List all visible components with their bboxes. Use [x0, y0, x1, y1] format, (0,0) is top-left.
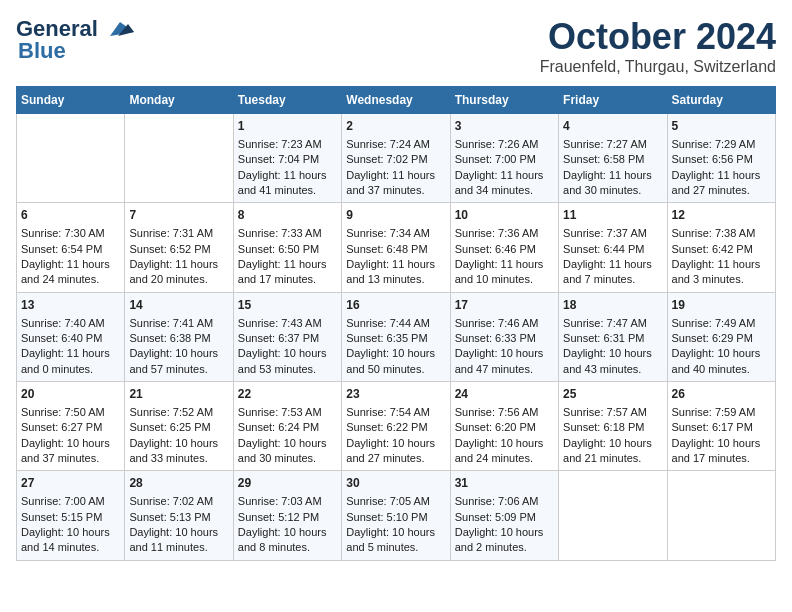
sunrise-text: Sunrise: 7:43 AM [238, 316, 337, 331]
daylight-text: Daylight: 10 hours and 2 minutes. [455, 525, 554, 556]
sunrise-text: Sunrise: 7:02 AM [129, 494, 228, 509]
calendar-cell: 23Sunrise: 7:54 AMSunset: 6:22 PMDayligh… [342, 382, 450, 471]
calendar-cell: 12Sunrise: 7:38 AMSunset: 6:42 PMDayligh… [667, 203, 775, 292]
daylight-text: Daylight: 11 hours and 0 minutes. [21, 346, 120, 377]
calendar-cell [559, 471, 667, 560]
calendar-cell: 13Sunrise: 7:40 AMSunset: 6:40 PMDayligh… [17, 292, 125, 381]
daylight-text: Daylight: 11 hours and 7 minutes. [563, 257, 662, 288]
calendar-cell: 18Sunrise: 7:47 AMSunset: 6:31 PMDayligh… [559, 292, 667, 381]
daylight-text: Daylight: 10 hours and 11 minutes. [129, 525, 228, 556]
sunrise-text: Sunrise: 7:53 AM [238, 405, 337, 420]
day-number: 20 [21, 386, 120, 403]
sunrise-text: Sunrise: 7:03 AM [238, 494, 337, 509]
daylight-text: Daylight: 11 hours and 10 minutes. [455, 257, 554, 288]
sunrise-text: Sunrise: 7:57 AM [563, 405, 662, 420]
daylight-text: Daylight: 11 hours and 13 minutes. [346, 257, 445, 288]
daylight-text: Daylight: 11 hours and 20 minutes. [129, 257, 228, 288]
sunset-text: Sunset: 6:29 PM [672, 331, 771, 346]
daylight-text: Daylight: 10 hours and 40 minutes. [672, 346, 771, 377]
calendar-cell: 1Sunrise: 7:23 AMSunset: 7:04 PMDaylight… [233, 114, 341, 203]
sunset-text: Sunset: 6:52 PM [129, 242, 228, 257]
sunset-text: Sunset: 5:12 PM [238, 510, 337, 525]
sunrise-text: Sunrise: 7:33 AM [238, 226, 337, 241]
calendar-cell: 11Sunrise: 7:37 AMSunset: 6:44 PMDayligh… [559, 203, 667, 292]
calendar-week-1: 1Sunrise: 7:23 AMSunset: 7:04 PMDaylight… [17, 114, 776, 203]
daylight-text: Daylight: 10 hours and 57 minutes. [129, 346, 228, 377]
calendar-cell [17, 114, 125, 203]
calendar-cell: 19Sunrise: 7:49 AMSunset: 6:29 PMDayligh… [667, 292, 775, 381]
title-block: October 2024 Frauenfeld, Thurgau, Switze… [540, 16, 776, 76]
daylight-text: Daylight: 10 hours and 53 minutes. [238, 346, 337, 377]
daylight-text: Daylight: 10 hours and 47 minutes. [455, 346, 554, 377]
sunset-text: Sunset: 6:27 PM [21, 420, 120, 435]
sunset-text: Sunset: 6:56 PM [672, 152, 771, 167]
calendar-cell: 20Sunrise: 7:50 AMSunset: 6:27 PMDayligh… [17, 382, 125, 471]
day-number: 26 [672, 386, 771, 403]
sunset-text: Sunset: 6:18 PM [563, 420, 662, 435]
sunrise-text: Sunrise: 7:41 AM [129, 316, 228, 331]
calendar-cell: 2Sunrise: 7:24 AMSunset: 7:02 PMDaylight… [342, 114, 450, 203]
daylight-text: Daylight: 11 hours and 27 minutes. [672, 168, 771, 199]
calendar-cell: 4Sunrise: 7:27 AMSunset: 6:58 PMDaylight… [559, 114, 667, 203]
daylight-text: Daylight: 11 hours and 3 minutes. [672, 257, 771, 288]
calendar-week-4: 20Sunrise: 7:50 AMSunset: 6:27 PMDayligh… [17, 382, 776, 471]
day-number: 9 [346, 207, 445, 224]
sunrise-text: Sunrise: 7:00 AM [21, 494, 120, 509]
calendar-cell: 30Sunrise: 7:05 AMSunset: 5:10 PMDayligh… [342, 471, 450, 560]
calendar-cell: 3Sunrise: 7:26 AMSunset: 7:00 PMDaylight… [450, 114, 558, 203]
weekday-header-tuesday: Tuesday [233, 87, 341, 114]
sunset-text: Sunset: 7:00 PM [455, 152, 554, 167]
sunset-text: Sunset: 6:46 PM [455, 242, 554, 257]
sunset-text: Sunset: 6:38 PM [129, 331, 228, 346]
daylight-text: Daylight: 10 hours and 8 minutes. [238, 525, 337, 556]
sunrise-text: Sunrise: 7:56 AM [455, 405, 554, 420]
calendar-cell: 25Sunrise: 7:57 AMSunset: 6:18 PMDayligh… [559, 382, 667, 471]
daylight-text: Daylight: 10 hours and 50 minutes. [346, 346, 445, 377]
daylight-text: Daylight: 10 hours and 14 minutes. [21, 525, 120, 556]
sunset-text: Sunset: 6:42 PM [672, 242, 771, 257]
day-number: 22 [238, 386, 337, 403]
weekday-header-monday: Monday [125, 87, 233, 114]
calendar-cell: 21Sunrise: 7:52 AMSunset: 6:25 PMDayligh… [125, 382, 233, 471]
day-number: 18 [563, 297, 662, 314]
calendar-cell: 28Sunrise: 7:02 AMSunset: 5:13 PMDayligh… [125, 471, 233, 560]
day-number: 11 [563, 207, 662, 224]
day-number: 19 [672, 297, 771, 314]
day-number: 4 [563, 118, 662, 135]
day-number: 13 [21, 297, 120, 314]
sunrise-text: Sunrise: 7:52 AM [129, 405, 228, 420]
daylight-text: Daylight: 10 hours and 43 minutes. [563, 346, 662, 377]
sunrise-text: Sunrise: 7:36 AM [455, 226, 554, 241]
month-title: October 2024 [540, 16, 776, 58]
sunset-text: Sunset: 6:22 PM [346, 420, 445, 435]
sunrise-text: Sunrise: 7:40 AM [21, 316, 120, 331]
calendar-cell: 22Sunrise: 7:53 AMSunset: 6:24 PMDayligh… [233, 382, 341, 471]
sunrise-text: Sunrise: 7:59 AM [672, 405, 771, 420]
weekday-header-sunday: Sunday [17, 87, 125, 114]
sunrise-text: Sunrise: 7:05 AM [346, 494, 445, 509]
sunset-text: Sunset: 7:04 PM [238, 152, 337, 167]
day-number: 23 [346, 386, 445, 403]
daylight-text: Daylight: 11 hours and 37 minutes. [346, 168, 445, 199]
calendar-cell: 29Sunrise: 7:03 AMSunset: 5:12 PMDayligh… [233, 471, 341, 560]
calendar-cell [125, 114, 233, 203]
sunset-text: Sunset: 6:17 PM [672, 420, 771, 435]
weekday-header-thursday: Thursday [450, 87, 558, 114]
location-subtitle: Frauenfeld, Thurgau, Switzerland [540, 58, 776, 76]
sunrise-text: Sunrise: 7:47 AM [563, 316, 662, 331]
sunset-text: Sunset: 6:44 PM [563, 242, 662, 257]
page-header: General Blue October 2024 Frauenfeld, Th… [16, 16, 776, 76]
sunset-text: Sunset: 6:24 PM [238, 420, 337, 435]
sunrise-text: Sunrise: 7:24 AM [346, 137, 445, 152]
daylight-text: Daylight: 10 hours and 30 minutes. [238, 436, 337, 467]
weekday-header-saturday: Saturday [667, 87, 775, 114]
calendar-cell: 7Sunrise: 7:31 AMSunset: 6:52 PMDaylight… [125, 203, 233, 292]
sunset-text: Sunset: 6:33 PM [455, 331, 554, 346]
calendar-cell: 10Sunrise: 7:36 AMSunset: 6:46 PMDayligh… [450, 203, 558, 292]
calendar-week-3: 13Sunrise: 7:40 AMSunset: 6:40 PMDayligh… [17, 292, 776, 381]
daylight-text: Daylight: 10 hours and 37 minutes. [21, 436, 120, 467]
calendar-cell: 26Sunrise: 7:59 AMSunset: 6:17 PMDayligh… [667, 382, 775, 471]
calendar-cell: 5Sunrise: 7:29 AMSunset: 6:56 PMDaylight… [667, 114, 775, 203]
day-number: 28 [129, 475, 228, 492]
sunrise-text: Sunrise: 7:44 AM [346, 316, 445, 331]
